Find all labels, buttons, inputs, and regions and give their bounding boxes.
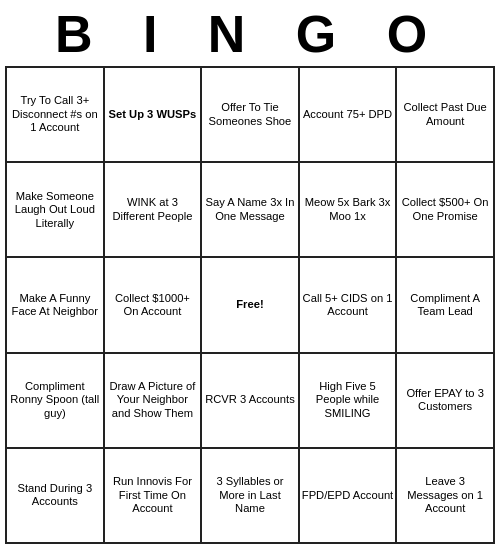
cell-r1-c2: Say A Name 3x In One Message bbox=[201, 162, 299, 257]
cell-r2-c4: Compliment A Team Lead bbox=[396, 257, 494, 352]
cell-r2-c1: Collect $1000+ On Account bbox=[104, 257, 202, 352]
cell-r2-c0: Make A Funny Face At Neighbor bbox=[6, 257, 104, 352]
cell-r3-c3: High Five 5 People while SMILING bbox=[299, 353, 397, 448]
bingo-title: B I N G O bbox=[0, 0, 500, 66]
cell-r2-c3: Call 5+ CIDS on 1 Account bbox=[299, 257, 397, 352]
bingo-grid: Try To Call 3+ Disconnect #s on 1 Accoun… bbox=[5, 66, 495, 544]
cell-r1-c0: Make Someone Laugh Out Loud Literally bbox=[6, 162, 104, 257]
cell-r0-c3: Account 75+ DPD bbox=[299, 67, 397, 162]
cell-r3-c0: Compliment Ronny Spoon (tall guy) bbox=[6, 353, 104, 448]
cell-r4-c0: Stand During 3 Accounts bbox=[6, 448, 104, 543]
cell-r4-c1: Run Innovis For First Time On Account bbox=[104, 448, 202, 543]
cell-r4-c2: 3 Syllables or More in Last Name bbox=[201, 448, 299, 543]
cell-r0-c2: Offer To Tie Someones Shoe bbox=[201, 67, 299, 162]
cell-r4-c3: FPD/EPD Account bbox=[299, 448, 397, 543]
cell-r4-c4: Leave 3 Messages on 1 Account bbox=[396, 448, 494, 543]
cell-r2-c2: Free! bbox=[201, 257, 299, 352]
cell-r0-c1: Set Up 3 WUSPs bbox=[104, 67, 202, 162]
cell-r1-c3: Meow 5x Bark 3x Moo 1x bbox=[299, 162, 397, 257]
cell-r0-c0: Try To Call 3+ Disconnect #s on 1 Accoun… bbox=[6, 67, 104, 162]
cell-r1-c1: WINK at 3 Different People bbox=[104, 162, 202, 257]
cell-r3-c4: Offer EPAY to 3 Customers bbox=[396, 353, 494, 448]
cell-r3-c1: Draw A Picture of Your Neighbor and Show… bbox=[104, 353, 202, 448]
cell-r0-c4: Collect Past Due Amount bbox=[396, 67, 494, 162]
cell-r3-c2: RCVR 3 Accounts bbox=[201, 353, 299, 448]
cell-r1-c4: Collect $500+ On One Promise bbox=[396, 162, 494, 257]
